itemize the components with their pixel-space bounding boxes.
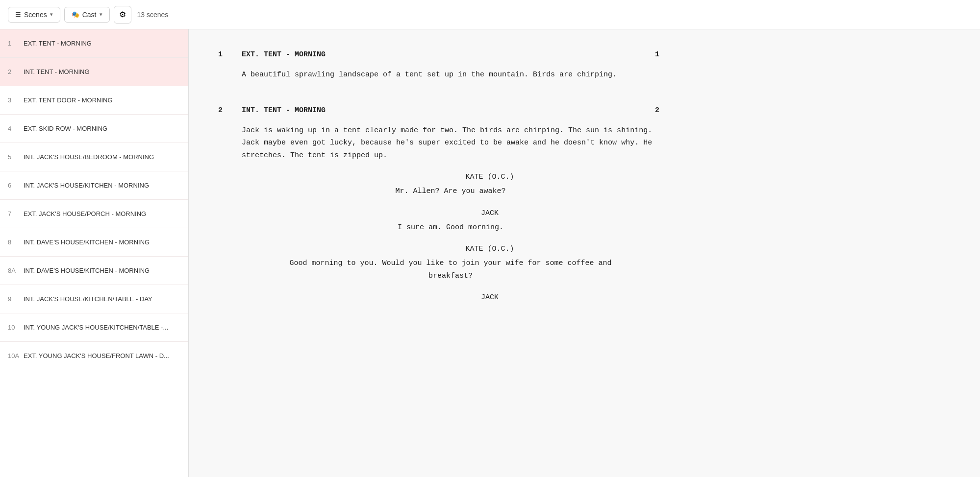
character-name: JACK — [320, 292, 659, 304]
script-content: 1EXT. TENT - MORNING1A beautiful sprawli… — [218, 49, 659, 304]
scene-item-number: 4 — [8, 125, 24, 132]
scene-item-label: INT. JACK'S HOUSE/KITCHEN - MORNING — [24, 182, 180, 189]
scene-item-number: 1 — [8, 40, 24, 47]
sidebar: 1EXT. TENT - MORNING2INT. TENT - MORNING… — [0, 29, 189, 477]
scene-item-label: INT. YOUNG JACK'S HOUSE/KITCHEN/TABLE -.… — [24, 324, 180, 331]
scene-item-number: 8A — [8, 267, 24, 274]
cast-label: Cast — [82, 11, 97, 19]
scene-heading-row: 2INT. TENT - MORNING2 — [218, 105, 659, 117]
dialogue-block: KATE (O.C.)Mr. Allen? Are you awake? — [242, 171, 659, 198]
scene-item[interactable]: 10INT. YOUNG JACK'S HOUSE/KITCHEN/TABLE … — [0, 313, 188, 342]
dialogue-block: JACKI sure am. Good morning. — [242, 208, 659, 234]
scene-item-label: INT. DAVE'S HOUSE/KITCHEN - MORNING — [24, 267, 180, 274]
action-text: Jack is waking up in a tent clearly made… — [242, 124, 659, 162]
scene-heading-row: 1EXT. TENT - MORNING1 — [218, 49, 659, 61]
dialogue-text: Mr. Allen? Are you awake? — [281, 185, 620, 198]
dialogue-block: KATE (O.C.)Good morning to you. Would yo… — [242, 243, 659, 282]
scene-item[interactable]: 1EXT. TENT - MORNING — [0, 29, 188, 58]
script-panel[interactable]: 1EXT. TENT - MORNING1A beautiful sprawli… — [189, 29, 980, 477]
scene-number-right: 2 — [640, 105, 659, 117]
cast-icon: 🎭 — [72, 11, 79, 18]
gear-icon: ⚙ — [119, 10, 126, 19]
scene-item[interactable]: 8AINT. DAVE'S HOUSE/KITCHEN - MORNING — [0, 257, 188, 285]
scene-item-label: EXT. YOUNG JACK'S HOUSE/FRONT LAWN - D..… — [24, 352, 180, 359]
scene-number-left: 2 — [218, 105, 238, 117]
scene-item-label: INT. DAVE'S HOUSE/KITCHEN - MORNING — [24, 238, 180, 246]
scene-item[interactable]: 6INT. JACK'S HOUSE/KITCHEN - MORNING — [0, 171, 188, 200]
dialogue-block: JACK — [242, 292, 659, 304]
scene-heading-text: INT. TENT - MORNING — [238, 105, 640, 117]
scene-block: 2INT. TENT - MORNING2Jack is waking up i… — [218, 105, 659, 304]
scene-item[interactable]: 3EXT. TENT DOOR - MORNING — [0, 86, 188, 115]
scene-item-label: EXT. JACK'S HOUSE/PORCH - MORNING — [24, 210, 180, 217]
scene-item-label: EXT. TENT DOOR - MORNING — [24, 96, 180, 104]
scene-block: 1EXT. TENT - MORNING1A beautiful sprawli… — [218, 49, 659, 81]
action-text: A beautiful sprawling landscape of a ten… — [242, 69, 659, 81]
scene-item[interactable]: 2INT. TENT - MORNING — [0, 58, 188, 86]
scenes-chevron-icon: ▾ — [50, 11, 53, 18]
scene-heading-text: EXT. TENT - MORNING — [238, 49, 640, 61]
scene-item-label: EXT. TENT - MORNING — [24, 40, 180, 47]
dialogue-text: Good morning to you. Would you like to j… — [281, 257, 620, 282]
scene-item-number: 10A — [8, 352, 24, 359]
scenes-button[interactable]: ☰ Scenes ▾ — [8, 7, 60, 23]
settings-button[interactable]: ⚙ — [114, 6, 131, 24]
scene-item[interactable]: 7EXT. JACK'S HOUSE/PORCH - MORNING — [0, 200, 188, 228]
scene-item-number: 6 — [8, 182, 24, 189]
scene-item-number: 7 — [8, 210, 24, 217]
scene-item-number: 5 — [8, 153, 24, 161]
scene-item-label: EXT. SKID ROW - MORNING — [24, 125, 180, 132]
scene-item[interactable]: 5INT. JACK'S HOUSE/BEDROOM - MORNING — [0, 143, 188, 171]
scene-item-number: 9 — [8, 295, 24, 303]
character-name: JACK — [320, 208, 659, 219]
scene-item[interactable]: 4EXT. SKID ROW - MORNING — [0, 115, 188, 143]
scene-item-label: INT. JACK'S HOUSE/KITCHEN/TABLE - DAY — [24, 295, 180, 303]
scene-item-label: INT. JACK'S HOUSE/BEDROOM - MORNING — [24, 153, 180, 161]
scene-item[interactable]: 10AEXT. YOUNG JACK'S HOUSE/FRONT LAWN - … — [0, 342, 188, 370]
scene-item-label: INT. TENT - MORNING — [24, 68, 180, 75]
character-name: KATE (O.C.) — [320, 171, 659, 183]
main-layout: 1EXT. TENT - MORNING2INT. TENT - MORNING… — [0, 29, 980, 477]
dialogue-text: I sure am. Good morning. — [281, 221, 620, 234]
cast-button[interactable]: 🎭 Cast ▾ — [64, 7, 110, 23]
scene-number-right: 1 — [640, 49, 659, 61]
scene-number-left: 1 — [218, 49, 238, 61]
scene-item-number: 3 — [8, 96, 24, 104]
toolbar: ☰ Scenes ▾ 🎭 Cast ▾ ⚙ 13 scenes — [0, 0, 980, 29]
cast-chevron-icon: ▾ — [100, 11, 102, 18]
scene-item-number: 10 — [8, 324, 24, 331]
scene-item-number: 8 — [8, 238, 24, 246]
scenes-label: Scenes — [24, 11, 47, 19]
scene-count: 13 scenes — [137, 11, 169, 19]
scenes-icon: ☰ — [15, 11, 21, 18]
scene-item[interactable]: 8INT. DAVE'S HOUSE/KITCHEN - MORNING — [0, 228, 188, 257]
character-name: KATE (O.C.) — [320, 243, 659, 255]
scene-item-number: 2 — [8, 68, 24, 75]
scene-item[interactable]: 9INT. JACK'S HOUSE/KITCHEN/TABLE - DAY — [0, 285, 188, 313]
